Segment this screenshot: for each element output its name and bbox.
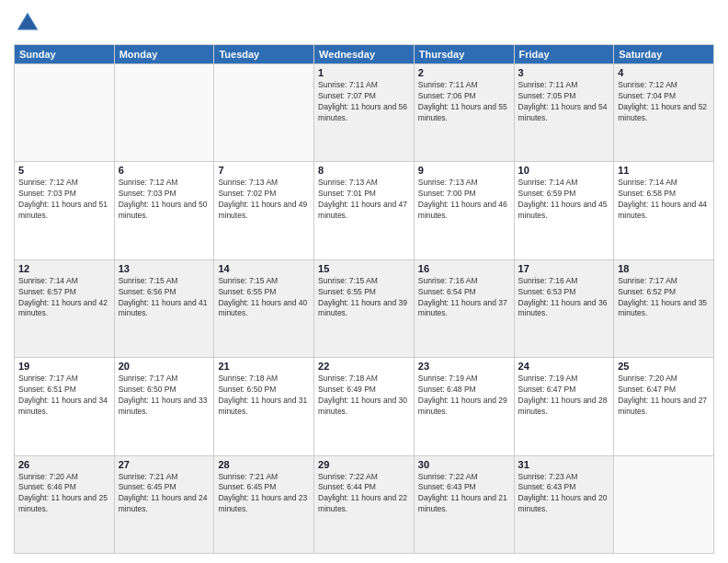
day-number: 8 — [318, 165, 410, 176]
day-number: 21 — [218, 361, 310, 372]
day-number: 7 — [218, 165, 310, 176]
day-cell: 31Sunrise: 7:23 AM Sunset: 6:43 PM Dayli… — [514, 455, 614, 553]
week-row-4: 19Sunrise: 7:17 AM Sunset: 6:51 PM Dayli… — [15, 358, 714, 455]
day-number: 1 — [318, 67, 410, 78]
day-info: Sunrise: 7:21 AM Sunset: 6:45 PM Dayligh… — [218, 472, 310, 516]
day-number: 12 — [18, 263, 110, 274]
day-info: Sunrise: 7:23 AM Sunset: 6:43 PM Dayligh… — [518, 472, 610, 516]
day-cell: 20Sunrise: 7:17 AM Sunset: 6:50 PM Dayli… — [114, 358, 214, 455]
day-cell: 18Sunrise: 7:17 AM Sunset: 6:52 PM Dayli… — [614, 259, 714, 357]
column-header-saturday: Saturday — [614, 45, 714, 64]
header — [14, 9, 714, 37]
day-cell: 27Sunrise: 7:21 AM Sunset: 6:45 PM Dayli… — [114, 455, 214, 553]
day-number: 25 — [618, 361, 710, 372]
day-info: Sunrise: 7:15 AM Sunset: 6:55 PM Dayligh… — [218, 276, 310, 320]
day-number: 4 — [618, 67, 710, 78]
day-info: Sunrise: 7:16 AM Sunset: 6:53 PM Dayligh… — [518, 276, 610, 320]
day-info: Sunrise: 7:20 AM Sunset: 6:47 PM Dayligh… — [618, 373, 710, 418]
day-cell: 8Sunrise: 7:13 AM Sunset: 7:01 PM Daylig… — [314, 162, 415, 259]
day-number: 23 — [418, 361, 510, 372]
calendar-page: SundayMondayTuesdayWednesdayThursdayFrid… — [0, 0, 728, 563]
day-cell: 7Sunrise: 7:13 AM Sunset: 7:02 PM Daylig… — [214, 162, 314, 259]
day-cell: 14Sunrise: 7:15 AM Sunset: 6:55 PM Dayli… — [214, 259, 314, 357]
day-info: Sunrise: 7:11 AM Sunset: 7:05 PM Dayligh… — [518, 80, 610, 124]
day-cell: 15Sunrise: 7:15 AM Sunset: 6:55 PM Dayli… — [314, 259, 415, 357]
day-number: 26 — [18, 459, 110, 470]
day-number: 9 — [418, 165, 510, 176]
day-cell: 5Sunrise: 7:12 AM Sunset: 7:03 PM Daylig… — [15, 162, 115, 259]
day-number: 19 — [18, 361, 110, 372]
day-info: Sunrise: 7:17 AM Sunset: 6:50 PM Dayligh… — [119, 373, 210, 418]
day-info: Sunrise: 7:17 AM Sunset: 6:51 PM Dayligh… — [18, 373, 110, 418]
day-info: Sunrise: 7:12 AM Sunset: 7:03 PM Dayligh… — [119, 178, 210, 222]
week-row-1: 1Sunrise: 7:11 AM Sunset: 7:07 PM Daylig… — [15, 64, 714, 162]
day-info: Sunrise: 7:13 AM Sunset: 7:00 PM Dayligh… — [418, 178, 510, 222]
day-number: 15 — [318, 263, 410, 274]
day-info: Sunrise: 7:19 AM Sunset: 6:48 PM Dayligh… — [418, 373, 510, 418]
day-number: 24 — [518, 361, 610, 372]
day-number: 5 — [18, 165, 110, 176]
day-info: Sunrise: 7:13 AM Sunset: 7:02 PM Dayligh… — [218, 178, 310, 222]
day-number: 14 — [218, 263, 310, 274]
day-cell: 13Sunrise: 7:15 AM Sunset: 6:56 PM Dayli… — [114, 259, 214, 357]
day-cell — [614, 455, 714, 553]
column-header-tuesday: Tuesday — [214, 45, 314, 64]
day-number: 20 — [119, 361, 210, 372]
day-number: 13 — [119, 263, 210, 274]
day-cell — [114, 64, 214, 162]
day-info: Sunrise: 7:20 AM Sunset: 6:46 PM Dayligh… — [18, 472, 110, 516]
day-cell: 11Sunrise: 7:14 AM Sunset: 6:58 PM Dayli… — [614, 162, 714, 259]
day-cell: 12Sunrise: 7:14 AM Sunset: 6:57 PM Dayli… — [15, 259, 115, 357]
day-number: 22 — [318, 361, 410, 372]
day-cell — [15, 64, 115, 162]
day-cell: 23Sunrise: 7:19 AM Sunset: 6:48 PM Dayli… — [414, 358, 514, 455]
day-cell: 2Sunrise: 7:11 AM Sunset: 7:06 PM Daylig… — [414, 64, 514, 162]
day-number: 2 — [418, 67, 510, 78]
column-header-sunday: Sunday — [15, 45, 115, 64]
day-cell: 28Sunrise: 7:21 AM Sunset: 6:45 PM Dayli… — [214, 455, 314, 553]
day-info: Sunrise: 7:16 AM Sunset: 6:54 PM Dayligh… — [418, 276, 510, 320]
day-cell: 30Sunrise: 7:22 AM Sunset: 6:43 PM Dayli… — [414, 455, 514, 553]
day-cell: 29Sunrise: 7:22 AM Sunset: 6:44 PM Dayli… — [314, 455, 415, 553]
day-cell: 21Sunrise: 7:18 AM Sunset: 6:50 PM Dayli… — [214, 358, 314, 455]
day-cell: 9Sunrise: 7:13 AM Sunset: 7:00 PM Daylig… — [414, 162, 514, 259]
day-cell: 26Sunrise: 7:20 AM Sunset: 6:46 PM Dayli… — [15, 455, 115, 553]
day-info: Sunrise: 7:14 AM Sunset: 6:57 PM Dayligh… — [18, 276, 110, 320]
day-number: 17 — [518, 263, 610, 274]
day-info: Sunrise: 7:13 AM Sunset: 7:01 PM Dayligh… — [318, 178, 410, 222]
day-info: Sunrise: 7:15 AM Sunset: 6:56 PM Dayligh… — [119, 276, 210, 320]
day-number: 29 — [318, 459, 410, 470]
week-row-2: 5Sunrise: 7:12 AM Sunset: 7:03 PM Daylig… — [15, 162, 714, 259]
day-info: Sunrise: 7:21 AM Sunset: 6:45 PM Dayligh… — [119, 472, 210, 516]
day-cell: 16Sunrise: 7:16 AM Sunset: 6:54 PM Dayli… — [414, 259, 514, 357]
day-number: 10 — [518, 165, 610, 176]
week-row-5: 26Sunrise: 7:20 AM Sunset: 6:46 PM Dayli… — [15, 455, 714, 553]
column-header-friday: Friday — [514, 45, 614, 64]
day-cell: 10Sunrise: 7:14 AM Sunset: 6:59 PM Dayli… — [514, 162, 614, 259]
day-number: 27 — [119, 459, 210, 470]
day-cell: 19Sunrise: 7:17 AM Sunset: 6:51 PM Dayli… — [15, 358, 115, 455]
day-number: 30 — [418, 459, 510, 470]
day-info: Sunrise: 7:11 AM Sunset: 7:07 PM Dayligh… — [318, 80, 410, 124]
day-cell: 25Sunrise: 7:20 AM Sunset: 6:47 PM Dayli… — [614, 358, 714, 455]
day-number: 3 — [518, 67, 610, 78]
day-info: Sunrise: 7:22 AM Sunset: 6:44 PM Dayligh… — [318, 472, 410, 516]
calendar-header-row: SundayMondayTuesdayWednesdayThursdayFrid… — [15, 45, 714, 64]
day-cell: 4Sunrise: 7:12 AM Sunset: 7:04 PM Daylig… — [614, 64, 714, 162]
day-cell: 6Sunrise: 7:12 AM Sunset: 7:03 PM Daylig… — [114, 162, 214, 259]
day-number: 28 — [218, 459, 310, 470]
day-info: Sunrise: 7:12 AM Sunset: 7:03 PM Dayligh… — [18, 178, 110, 222]
day-info: Sunrise: 7:12 AM Sunset: 7:04 PM Dayligh… — [618, 80, 710, 124]
day-cell: 1Sunrise: 7:11 AM Sunset: 7:07 PM Daylig… — [314, 64, 415, 162]
column-header-monday: Monday — [114, 45, 214, 64]
day-number: 11 — [618, 165, 710, 176]
day-info: Sunrise: 7:17 AM Sunset: 6:52 PM Dayligh… — [618, 276, 710, 320]
day-cell: 22Sunrise: 7:18 AM Sunset: 6:49 PM Dayli… — [314, 358, 415, 455]
week-row-3: 12Sunrise: 7:14 AM Sunset: 6:57 PM Dayli… — [15, 259, 714, 357]
day-number: 31 — [518, 459, 610, 470]
day-cell: 24Sunrise: 7:19 AM Sunset: 6:47 PM Dayli… — [514, 358, 614, 455]
logo-icon — [14, 9, 41, 37]
day-info: Sunrise: 7:14 AM Sunset: 6:59 PM Dayligh… — [518, 178, 610, 222]
calendar-table: SundayMondayTuesdayWednesdayThursdayFrid… — [14, 44, 714, 554]
day-info: Sunrise: 7:11 AM Sunset: 7:06 PM Dayligh… — [418, 80, 510, 124]
